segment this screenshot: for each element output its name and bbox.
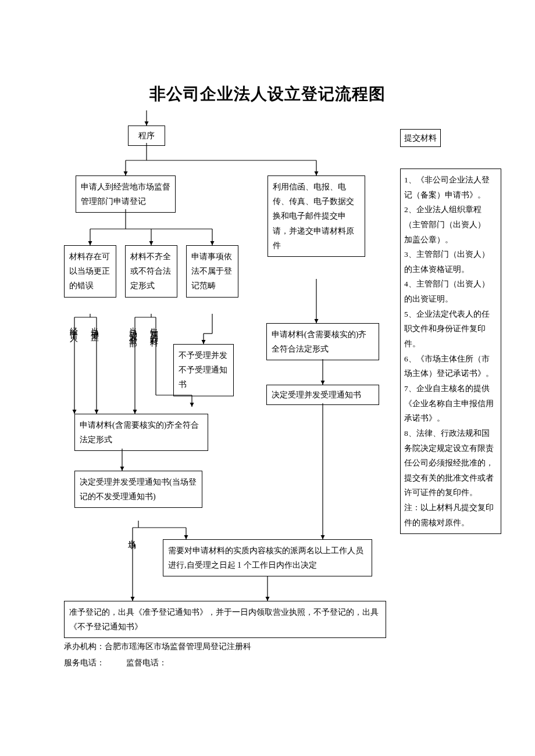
node-reject-text: 不予受理并发不予受理通知书 (179, 351, 227, 389)
node-apply-remote-text: 利用信函、电报、电传、传真、电子数据交换和电子邮件提交申请，并递交申请材料原件 (273, 182, 354, 250)
path-d: 告知正的材料 (149, 321, 159, 335)
node-apply-remote: 利用信函、电报、电传、传真、电子数据交换和电子邮件提交申请，并递交申请材料原件 (268, 175, 365, 257)
node-complete-right: 申请材料(含需要核实的)齐全符合法定形式 (266, 323, 379, 360)
footer-org: 承办机构：合肥市瑶海区市场监督管理局登记注册科 (64, 640, 251, 653)
node-apply-onsite-text: 申请人到经营地市场监督管理部门申请登记 (81, 182, 170, 206)
node-verify: 需要对申请材料的实质内容核实的派两名以上工作人员进行,自受理之日起 1 个工作日… (163, 539, 372, 576)
service-phone-label: 服务电话： (64, 658, 105, 667)
node-apply-onsite: 申请人到经营地市场监督管理部门申请登记 (76, 175, 176, 213)
node-not-in-scope: 申请事项依法不属于登记范畴 (186, 245, 238, 298)
node-final-text: 准予登记的，出具《准予登记通知书》，并于一日内领取营业执照，不予登记的，出具《不… (69, 608, 379, 631)
materials-header: 提交材料 (400, 129, 441, 147)
path-a: 经申请人 (69, 321, 79, 330)
node-reject: 不予受理并发不予受理通知书 (173, 344, 234, 396)
node-accept-right-text: 决定受理并发受理通知书 (272, 390, 361, 399)
node-mat-incomplete-text: 材料不齐全或不符合法定形式 (130, 252, 171, 290)
supervise-phone-label: 监督电话： (126, 658, 167, 667)
node-complete-right-text: 申请材料(含需要核实的)齐全符合法定形式 (272, 330, 366, 353)
materials-header-text: 提交材料 (404, 134, 437, 142)
doc-title: 非公司企业法人设立登记流程图 (0, 81, 535, 108)
node-not-in-scope-text: 申请事项依法不属于登记范畴 (191, 252, 232, 290)
node-verify-text: 需要对申请材料的实质内容核实的派两名以上工作人员进行,自受理之日起 1 个工作日… (168, 546, 363, 569)
page-root: 非公司企业法人设立登记流程图 程序 申请人到经营地市场监督管理部门申请登记 利用… (0, 0, 535, 756)
node-complete-left-text: 申请材料(含需要核实的)齐全符合法定形式 (80, 421, 199, 444)
path-onspot: 当场 (127, 533, 137, 536)
node-mat-err-text: 材料存在可以当场更正的错误 (69, 252, 110, 290)
node-accept-left: 决定受理并发受理通知书(当场登记的不发受理通知书) (74, 471, 202, 508)
node-mat-incomplete: 材料不齐全或不符合法定形式 (125, 245, 177, 298)
materials-body-text: 1、《非公司企业法人登记（备案）申请书》。 2、企业法人组织章程（主管部门（出资… (404, 175, 494, 527)
node-accept-left-text: 决定受理并发受理通知书(当场登记的不发受理通知书) (80, 478, 197, 501)
node-start: 程序 (128, 126, 165, 146)
path-b: 当场更正 (90, 321, 99, 330)
path-c: 当场需补全部 (128, 321, 138, 335)
footer-phones: 服务电话： 监督电话： (64, 657, 167, 669)
node-accept-right: 决定受理并发受理通知书 (266, 385, 379, 405)
node-mat-err: 材料存在可以当场更正的错误 (64, 245, 116, 298)
node-complete-left: 申请材料(含需要核实的)齐全符合法定形式 (74, 414, 208, 451)
materials-body: 1、《非公司企业法人登记（备案）申请书》。 2、企业法人组织章程（主管部门（出资… (400, 169, 501, 534)
node-start-text: 程序 (138, 131, 155, 140)
node-final: 准予登记的，出具《准予登记通知书》，并于一日内领取营业执照，不予登记的，出具《不… (64, 601, 386, 638)
